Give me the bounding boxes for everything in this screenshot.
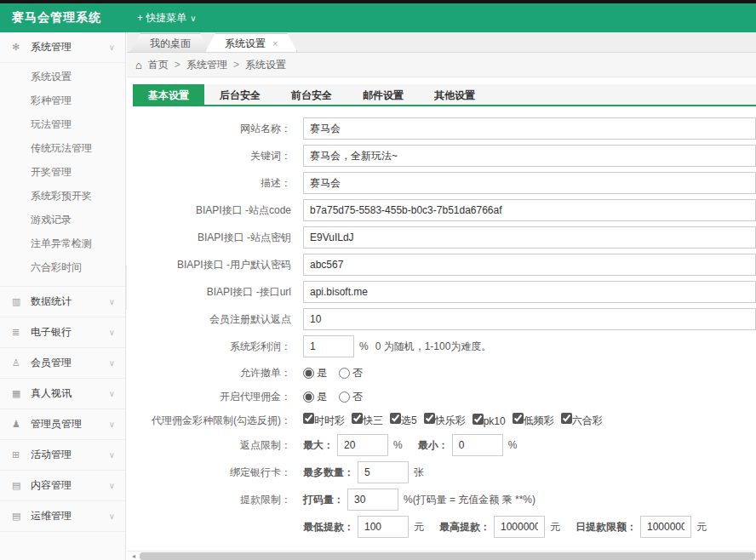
- field-label: 提款限制：: [133, 493, 303, 507]
- biapi-site-code-input[interactable]: [303, 199, 756, 221]
- sidebar-item-traditional-play[interactable]: 传统玩法管理: [0, 136, 125, 160]
- tab-system-settings[interactable]: 系统设置×: [205, 33, 297, 52]
- sidebar-item-game-records[interactable]: 游戏记录: [0, 208, 125, 231]
- system-profit-input[interactable]: [303, 335, 354, 357]
- bankcard-max-input[interactable]: [358, 461, 409, 483]
- sidebar-group-label: 会员管理: [31, 356, 109, 370]
- lottery-type-checkbox-group: 时时彩 快三 选5 快乐彩 pk10 低频彩 六合彩: [303, 413, 603, 428]
- sidebar-group-label: 管理员管理: [31, 417, 109, 431]
- sidebar-group-members[interactable]: ♙ 会员管理 ∨: [0, 348, 125, 379]
- checkbox-input[interactable]: [424, 413, 435, 424]
- sidebar-item-predraw[interactable]: 系统彩预开奖: [0, 184, 125, 208]
- checkbox-input[interactable]: [303, 413, 314, 424]
- sidebar-item-lottery-mgmt[interactable]: 彩种管理: [0, 89, 125, 112]
- max-withdraw-input[interactable]: [494, 516, 545, 538]
- checkbox-input[interactable]: [352, 413, 363, 424]
- sidebar-group-label: 活动管理: [31, 448, 109, 462]
- radio-yes[interactable]: 是: [303, 366, 327, 380]
- quick-menu-button[interactable]: + 快捷菜单 ∨: [137, 11, 197, 26]
- home-icon: ⌂: [135, 59, 142, 71]
- radio-no[interactable]: 否: [339, 390, 363, 404]
- form-row: 最低提款： 元 最高提款： 元 日提款限额： 元: [133, 516, 756, 538]
- breadcrumb-system-settings[interactable]: 系统设置: [245, 58, 286, 72]
- app-title: 赛马会管理系统: [12, 10, 101, 26]
- checkbox-input[interactable]: [390, 413, 401, 424]
- sidebar-group-label: 系统管理: [31, 40, 109, 54]
- field-label: BIAPI接口 -接口url: [133, 285, 303, 300]
- bankcard-max-field: 最多数量： 张: [303, 461, 424, 483]
- field-label: 代理佣金彩种限制(勾选反拥)：: [133, 414, 303, 428]
- unit-label: 元: [550, 520, 560, 534]
- field-label: 会员注册默认返点: [133, 312, 303, 327]
- checkbox-kuaisan[interactable]: 快三: [352, 413, 383, 428]
- tab-frontend-security[interactable]: 前台安全: [276, 84, 347, 106]
- sidebar-group-label: 内容管理: [31, 478, 109, 493]
- breadcrumb-home[interactable]: 首页: [148, 58, 169, 72]
- sidebar-group-content[interactable]: ▤ 内容管理 ∨: [0, 471, 125, 501]
- sidebar-group-ops[interactable]: ▤ 运维管理 ∨: [0, 501, 125, 532]
- checkbox-input[interactable]: [561, 413, 572, 424]
- min-withdraw-field: 最低提款： 元: [303, 516, 424, 538]
- scrollbar-thumb[interactable]: [140, 552, 755, 560]
- inline-label: 最低提款：: [303, 520, 354, 534]
- sidebar-group-activities[interactable]: ⊞ 活动管理 ∨: [0, 440, 125, 471]
- checkbox-dipincai[interactable]: 低频彩: [513, 413, 554, 428]
- sidebar-group-label: 数据统计: [31, 294, 109, 309]
- sidebar-group-system[interactable]: ✻ 系统管理 ∨: [0, 32, 125, 63]
- checkbox-input[interactable]: [472, 414, 484, 425]
- tab-mail-settings[interactable]: 邮件设置: [347, 84, 419, 106]
- tab-my-desktop[interactable]: 我的桌面: [130, 33, 210, 52]
- close-icon[interactable]: ×: [272, 38, 278, 49]
- sidebar-item-system-settings[interactable]: 系统设置: [0, 65, 125, 89]
- inline-label: 最多数量：: [303, 466, 354, 480]
- biapi-site-key-input[interactable]: [303, 226, 756, 249]
- rebate-min-input[interactable]: [452, 434, 503, 456]
- radio-input[interactable]: [303, 368, 314, 379]
- default-rebate-input[interactable]: [303, 308, 756, 330]
- breadcrumb-system-mgmt[interactable]: 系统管理: [186, 58, 227, 72]
- tab-basic-settings[interactable]: 基本设置: [133, 84, 204, 106]
- biapi-default-password-input[interactable]: [303, 254, 756, 276]
- form-row: 描述：: [133, 172, 756, 194]
- sidebar-item-draw-mgmt[interactable]: 开奖管理: [0, 160, 125, 184]
- tab-backend-security[interactable]: 后台安全: [204, 84, 276, 106]
- site-name-input[interactable]: [303, 117, 756, 140]
- sidebar-item-play-mgmt[interactable]: 玩法管理: [0, 112, 125, 136]
- daily-withdraw-input[interactable]: [640, 516, 691, 538]
- chevron-down-icon: ∨: [109, 481, 115, 490]
- checkbox-xuan5[interactable]: 选5: [390, 413, 417, 428]
- scroll-left-arrow-icon[interactable]: ◂: [129, 551, 139, 560]
- sidebar-group-live-video[interactable]: ▦ 真人视讯 ∨: [0, 379, 125, 409]
- sidebar-group-label: 真人视讯: [31, 386, 109, 401]
- radio-input[interactable]: [339, 391, 350, 403]
- radio-label: 是: [317, 366, 327, 380]
- radio-no[interactable]: 否: [339, 366, 363, 380]
- sidebar-group-ebank[interactable]: ≣ 电子银行 ∨: [0, 317, 125, 348]
- sidebar-item-mark6-time[interactable]: 六合彩时间: [0, 255, 125, 279]
- radio-yes[interactable]: 是: [303, 390, 327, 404]
- checkbox-shishicai[interactable]: 时时彩: [303, 413, 345, 428]
- checkbox-kuailecai[interactable]: 快乐彩: [424, 413, 466, 428]
- keywords-input[interactable]: [303, 145, 756, 167]
- description-input[interactable]: [303, 172, 756, 194]
- calendar-icon: ⊞: [12, 449, 26, 460]
- min-withdraw-input[interactable]: [358, 516, 409, 538]
- form-row: 返点限制： 最大： % 最小： %: [133, 434, 756, 456]
- biapi-url-input[interactable]: [303, 281, 756, 303]
- sidebar-group-admins[interactable]: ♟ 管理员管理 ∨: [0, 409, 125, 440]
- checkbox-liuhecai[interactable]: 六合彩: [561, 413, 603, 428]
- tab-other-settings[interactable]: 其他设置: [419, 84, 490, 106]
- checkbox-pk10[interactable]: pk10: [472, 414, 506, 427]
- radio-input[interactable]: [303, 391, 314, 403]
- form-row: 关键词：: [133, 145, 756, 167]
- horizontal-scrollbar[interactable]: ◂: [127, 551, 756, 560]
- checkbox-input[interactable]: [513, 413, 524, 424]
- field-label: BIAPI接口 -用户默认密码: [133, 258, 303, 272]
- sidebar-item-bet-anomaly[interactable]: 注单异常检测: [0, 231, 125, 255]
- radio-input[interactable]: [339, 368, 350, 379]
- turnover-input[interactable]: [347, 489, 398, 511]
- rebate-max-input[interactable]: [337, 434, 388, 456]
- settings-tabbar: 基本设置 后台安全 前台安全 邮件设置 其他设置: [133, 84, 756, 106]
- sidebar-group-statistics[interactable]: ▥ 数据统计 ∨: [0, 287, 125, 317]
- settings-content: 基本设置 后台安全 前台安全 邮件设置 其他设置 网站名称： 关键词： 描述： …: [127, 77, 756, 538]
